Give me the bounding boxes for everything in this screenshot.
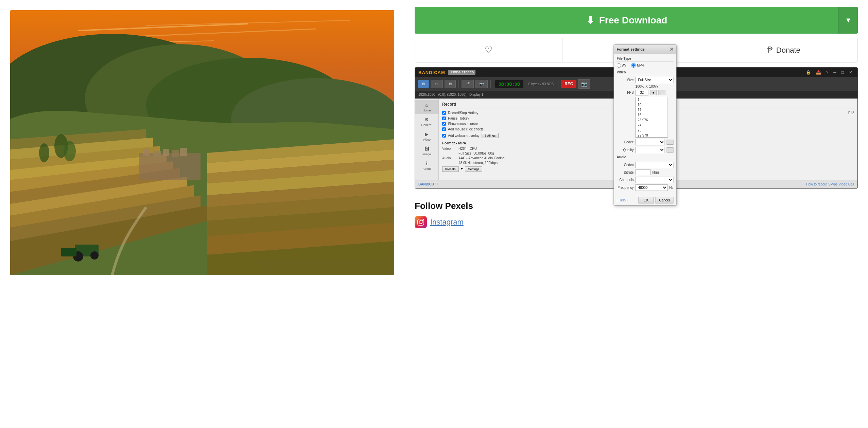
fps-option-24[interactable]: 24 xyxy=(636,123,667,128)
quality-more-btn[interactable]: … xyxy=(667,147,674,153)
audio-section-label: Audio xyxy=(617,155,674,160)
avi-radio[interactable] xyxy=(617,63,621,68)
percent-x-separator: X xyxy=(645,85,648,88)
toolbar-game-btn[interactable]: 🎮 xyxy=(431,80,443,88)
size-select[interactable]: Full Size xyxy=(636,77,674,83)
instagram-icon xyxy=(415,216,427,228)
svg-rect-14 xyxy=(180,148,187,156)
format-settings-dialog: Format settings ✕ File Type AVI MP4 xyxy=(614,44,677,206)
fps-dropdown-panel: 1 10 17 15 23.976 24 25 29.970 30 50 59.… xyxy=(617,97,674,138)
dialog-body: File Type AVI MP4 Video Size xyxy=(614,54,676,195)
share-icon[interactable]: 📤 xyxy=(814,69,823,75)
codec-select[interactable] xyxy=(636,139,665,145)
info-icon: ℹ xyxy=(426,161,428,166)
presets-dropdown-icon: ▼ xyxy=(461,167,464,172)
nav-about[interactable]: ℹ About xyxy=(415,159,438,173)
donate-button[interactable]: Ᵽ Donate xyxy=(710,38,857,62)
dialog-help-link[interactable]: [ Help ] xyxy=(617,198,628,202)
fps-dropdown-btn[interactable]: ▼ xyxy=(650,90,657,95)
fps-option-1[interactable]: 1 xyxy=(636,97,667,102)
minimize-icon[interactable]: ─ xyxy=(832,69,838,75)
audio-codec-select[interactable] xyxy=(636,162,674,168)
close-icon[interactable]: ✕ xyxy=(847,69,854,75)
mp4-radio[interactable] xyxy=(631,63,636,68)
pause-hotkey-label: Pause Hotkey xyxy=(448,117,469,120)
maximize-icon[interactable]: □ xyxy=(840,69,846,75)
cam-button[interactable]: 📷 xyxy=(578,79,590,89)
mp4-option[interactable]: MP4 xyxy=(631,63,644,68)
titlebar-icons: 🔒 📤 ? ─ □ ✕ xyxy=(804,69,854,75)
audio-frequency-select[interactable]: 48000 xyxy=(636,184,668,191)
format-settings-button[interactable]: Settings xyxy=(465,166,482,172)
nav-general[interactable]: ⚙ General xyxy=(415,115,438,129)
toolbar-mic-btn[interactable]: 🎤 xyxy=(462,80,474,88)
rec-button[interactable]: REC xyxy=(561,80,576,88)
fps-option-15[interactable]: 15 xyxy=(636,112,667,118)
free-download-button[interactable]: ⬇ Free Download xyxy=(415,7,838,34)
instagram-link[interactable]: Instagram xyxy=(415,216,858,228)
nav-video[interactable]: ▶ Video xyxy=(415,129,438,143)
dialog-ok-button[interactable]: OK xyxy=(639,197,654,203)
toolbar-separator-2 xyxy=(490,80,491,88)
fps-more-btn[interactable]: … xyxy=(658,90,665,95)
svg-rect-18 xyxy=(61,248,76,256)
audio-bitrate-unit: kbps xyxy=(653,171,660,174)
help-icon[interactable]: ? xyxy=(824,69,830,75)
size-row: Size Full Size xyxy=(617,77,674,83)
show-mouse-cursor-checkbox[interactable] xyxy=(442,122,446,126)
dialog-buttons: OK Cancel xyxy=(639,197,674,203)
fps-input[interactable] xyxy=(636,90,648,95)
toolbar-cam-btn[interactable]: 📷 xyxy=(475,80,488,88)
file-type-radios: AVI MP4 xyxy=(617,63,674,68)
bandicam-app-window: BANDICAM UNREGISTERED 🔒 📤 ? ─ □ ✕ 🖥 🎮 🖥 … xyxy=(415,67,858,195)
free-download-dropdown-button[interactable]: ▼ xyxy=(838,7,858,34)
gear-icon: ⚙ xyxy=(424,117,429,122)
svg-point-23 xyxy=(419,220,422,224)
record-stop-checkbox[interactable] xyxy=(442,111,446,115)
add-mouse-click-checkbox[interactable] xyxy=(442,127,446,131)
svg-point-21 xyxy=(39,143,49,162)
presets-button[interactable]: Presets xyxy=(442,166,459,172)
fps-row: FPS ▼ … xyxy=(617,90,674,95)
add-mouse-click-label: Add mouse click effects xyxy=(448,127,484,131)
help-link[interactable]: How to record Skype Video Call xyxy=(806,182,854,186)
fps-option-10[interactable]: 10 xyxy=(636,102,667,107)
avi-option[interactable]: AVI xyxy=(617,63,627,68)
fps-option-23976[interactable]: 23.976 xyxy=(636,118,667,123)
pause-hotkey-checkbox[interactable] xyxy=(442,117,446,120)
fps-label-spacer xyxy=(617,97,636,138)
bandicam-logo: BANDICAM xyxy=(418,70,445,75)
dialog-close-button[interactable]: ✕ xyxy=(670,47,674,52)
add-webcam-overlay-checkbox[interactable] xyxy=(442,134,446,138)
like-button[interactable]: ♡ xyxy=(415,38,562,62)
audio-channels-select[interactable] xyxy=(636,177,674,183)
toolbar-separator-3 xyxy=(558,80,558,88)
sidebar: ⬇ Free Download ▼ ♡ ⊕ Collect Ᵽ Donate B… xyxy=(404,0,868,428)
svg-rect-12 xyxy=(163,149,169,156)
lock-icon[interactable]: 🔒 xyxy=(804,69,813,75)
fps-option-17[interactable]: 17 xyxy=(636,107,667,112)
codec-label: Codec xyxy=(617,140,634,144)
fps-option-29970[interactable]: 29.970 xyxy=(636,133,667,138)
nav-general-label: General xyxy=(421,123,432,127)
webcam-settings-button[interactable]: Settings xyxy=(482,133,499,138)
instagram-label: Instagram xyxy=(430,218,464,227)
nav-image[interactable]: 🖼 Image xyxy=(415,144,438,158)
fps-option-25[interactable]: 25 xyxy=(636,128,667,133)
svg-rect-22 xyxy=(418,219,424,225)
toolbar-screen-btn[interactable]: 🖥 xyxy=(418,80,429,88)
dialog-cancel-button[interactable]: Cancel xyxy=(655,197,673,203)
toolbar-desktop-btn[interactable]: 🖥 xyxy=(445,80,456,88)
fps-dropdown-list[interactable]: 1 10 17 15 23.976 24 25 29.970 30 50 59.… xyxy=(636,97,668,138)
svg-point-20 xyxy=(64,141,76,161)
quality-select[interactable] xyxy=(636,147,665,153)
nav-home[interactable]: ⌂ Home xyxy=(415,100,438,114)
audio-bitrate-input[interactable] xyxy=(636,170,651,175)
audio-detail-value: 48.0KHz, stereo, 192kbps xyxy=(458,161,498,165)
audio-frequency-label: Frequency xyxy=(617,186,634,190)
video-codec-value: H264 - CPU xyxy=(458,147,477,150)
fps-label: FPS xyxy=(617,91,634,94)
vineyard-photo xyxy=(10,10,394,275)
audio-frequency-row: Frequency 48000 Hz xyxy=(617,184,674,191)
codec-more-btn[interactable]: … xyxy=(667,140,674,145)
